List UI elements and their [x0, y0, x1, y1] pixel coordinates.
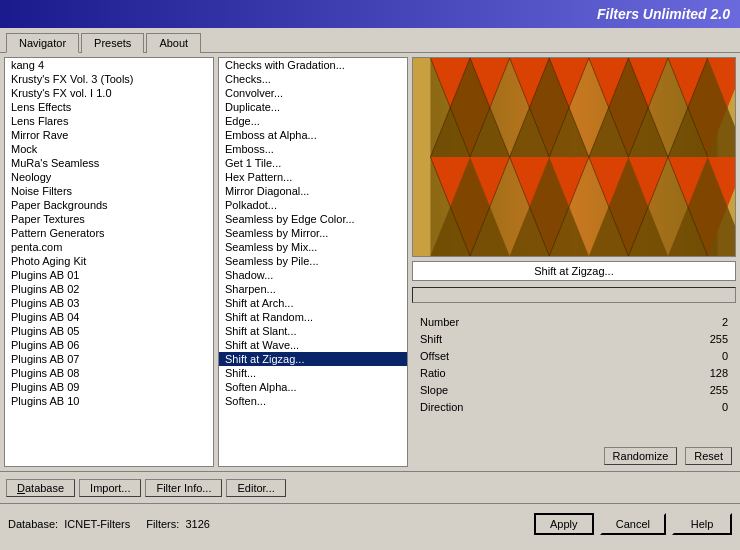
title-label: Filters Unlimited 2.0	[597, 6, 730, 22]
import-button[interactable]: Import...	[79, 479, 141, 497]
middle-list-item[interactable]: Mirror Diagonal...	[219, 184, 407, 198]
middle-list-item[interactable]: Shift at Arch...	[219, 296, 407, 310]
middle-list-item[interactable]: Checks...	[219, 72, 407, 86]
param-value: 2	[698, 316, 728, 328]
middle-list-item[interactable]: Shift...	[219, 366, 407, 380]
left-list-item[interactable]: penta.com	[5, 240, 213, 254]
left-list-item[interactable]: Krusty's FX vol. I 1.0	[5, 86, 213, 100]
left-list-item[interactable]: kang 4	[5, 58, 213, 72]
tab-bar: Navigator Presets About	[0, 28, 740, 53]
left-list-item[interactable]: Noise Filters	[5, 184, 213, 198]
param-row: Slope255	[416, 382, 732, 398]
left-list-item[interactable]: Plugins AB 04	[5, 310, 213, 324]
param-label: Offset	[420, 350, 449, 362]
main-content: kang 4Krusty's FX Vol. 3 (Tools)Krusty's…	[0, 53, 740, 471]
middle-list-item[interactable]: Seamless by Mirror...	[219, 226, 407, 240]
middle-list-item[interactable]: Checks with Gradation...	[219, 58, 407, 72]
params-panel: Number2Shift255Offset0Ratio128Slope255Di…	[412, 309, 736, 441]
middle-list-item[interactable]: Shift at Slant...	[219, 324, 407, 338]
param-label: Number	[420, 316, 459, 328]
action-buttons: Apply Cancel Help	[534, 513, 732, 535]
reset-button[interactable]: Reset	[685, 447, 732, 465]
cancel-button[interactable]: Cancel	[600, 513, 666, 535]
left-list-item[interactable]: Paper Textures	[5, 212, 213, 226]
status-bar: Database: ICNET-Filters Filters: 3126	[8, 518, 210, 530]
middle-list-item[interactable]: Edge...	[219, 114, 407, 128]
param-row: Direction0	[416, 399, 732, 415]
middle-list-item[interactable]: Sharpen...	[219, 282, 407, 296]
left-list-item[interactable]: Lens Flares	[5, 114, 213, 128]
middle-list-panel[interactable]: Checks with Gradation...Checks...Convolv…	[218, 57, 408, 467]
param-label: Ratio	[420, 367, 446, 379]
left-list-item[interactable]: Photo Aging Kit	[5, 254, 213, 268]
tab-navigator[interactable]: Navigator	[6, 33, 79, 53]
preview-svg	[413, 58, 735, 256]
left-list-item[interactable]: Neology	[5, 170, 213, 184]
param-value: 255	[698, 384, 728, 396]
param-label: Direction	[420, 401, 463, 413]
randomize-button[interactable]: Randomize	[604, 447, 678, 465]
tab-presets[interactable]: Presets	[81, 33, 144, 53]
left-list-item[interactable]: Mock	[5, 142, 213, 156]
left-list-item[interactable]: Plugins AB 09	[5, 380, 213, 394]
apply-button[interactable]: Apply	[534, 513, 594, 535]
param-row: Ratio128	[416, 365, 732, 381]
middle-list-item[interactable]: Shadow...	[219, 268, 407, 282]
left-list-item[interactable]: Plugins AB 08	[5, 366, 213, 380]
left-list-item[interactable]: Plugins AB 02	[5, 282, 213, 296]
database-status: Database: ICNET-Filters	[8, 518, 130, 530]
param-row: Offset0	[416, 348, 732, 364]
bottom-toolbar: Database Import... Filter Info... Editor…	[0, 471, 740, 503]
middle-list-item[interactable]: Emboss at Alpha...	[219, 128, 407, 142]
left-list-item[interactable]: MuRa's Seamless	[5, 156, 213, 170]
title-bar: Filters Unlimited 2.0	[0, 0, 740, 28]
left-list-item[interactable]: Paper Backgrounds	[5, 198, 213, 212]
left-list-item[interactable]: Plugins AB 03	[5, 296, 213, 310]
left-list-item[interactable]: Plugins AB 07	[5, 352, 213, 366]
filters-status: Filters: 3126	[146, 518, 210, 530]
left-list-item[interactable]: Krusty's FX Vol. 3 (Tools)	[5, 72, 213, 86]
left-list-item[interactable]: Plugins AB 10	[5, 394, 213, 408]
middle-list-item[interactable]: Seamless by Mix...	[219, 240, 407, 254]
h-scrollbar[interactable]	[412, 287, 736, 303]
middle-list-item[interactable]: Get 1 Tile...	[219, 156, 407, 170]
middle-list-item[interactable]: Emboss...	[219, 142, 407, 156]
param-value: 128	[698, 367, 728, 379]
left-list-item[interactable]: Plugins AB 01	[5, 268, 213, 282]
param-label: Slope	[420, 384, 448, 396]
middle-list-item[interactable]: Convolver...	[219, 86, 407, 100]
param-value: 255	[698, 333, 728, 345]
middle-list-item[interactable]: Seamless by Edge Color...	[219, 212, 407, 226]
editor-button[interactable]: Editor...	[226, 479, 285, 497]
left-list-panel[interactable]: kang 4Krusty's FX Vol. 3 (Tools)Krusty's…	[4, 57, 214, 467]
filter-info-button[interactable]: Filter Info...	[145, 479, 222, 497]
left-list-item[interactable]: Plugins AB 05	[5, 324, 213, 338]
middle-list-item[interactable]: Shift at Wave...	[219, 338, 407, 352]
left-list-item[interactable]: Pattern Generators	[5, 226, 213, 240]
randomize-reset-bar: Randomize Reset	[412, 445, 736, 467]
filter-name-bar: Shift at Zigzag...	[412, 261, 736, 281]
param-row: Shift255	[416, 331, 732, 347]
left-list-item[interactable]: Plugins AB 06	[5, 338, 213, 352]
filter-name-label: Shift at Zigzag...	[534, 265, 613, 277]
middle-list-item[interactable]: Polkadot...	[219, 198, 407, 212]
middle-list-item[interactable]: Shift at Random...	[219, 310, 407, 324]
right-panel: Shift at Zigzag... Number2Shift255Offset…	[412, 57, 736, 467]
middle-list-item[interactable]: Shift at Zigzag...	[219, 352, 407, 366]
param-row: Number2	[416, 314, 732, 330]
left-list-item[interactable]: Lens Effects	[5, 100, 213, 114]
left-list-item[interactable]: Mirror Rave	[5, 128, 213, 142]
param-value: 0	[698, 401, 728, 413]
middle-list-item[interactable]: Duplicate...	[219, 100, 407, 114]
help-button[interactable]: Help	[672, 513, 732, 535]
middle-list-item[interactable]: Soften...	[219, 394, 407, 408]
preview-area	[412, 57, 736, 257]
database-button[interactable]: Database	[6, 479, 75, 497]
tab-about[interactable]: About	[146, 33, 201, 53]
param-value: 0	[698, 350, 728, 362]
middle-list-item[interactable]: Hex Pattern...	[219, 170, 407, 184]
param-label: Shift	[420, 333, 442, 345]
middle-list-item[interactable]: Seamless by Pile...	[219, 254, 407, 268]
middle-list-item[interactable]: Soften Alpha...	[219, 380, 407, 394]
